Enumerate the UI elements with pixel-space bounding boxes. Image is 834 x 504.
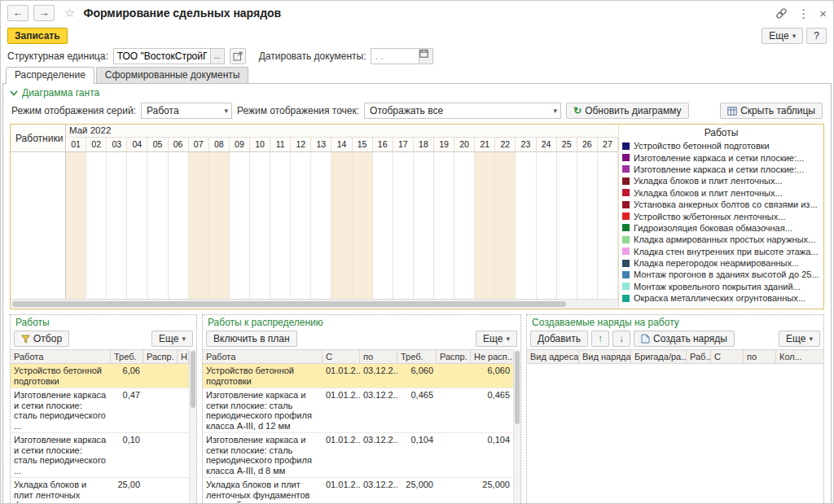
gantt-row-labels [11,152,66,299]
bottom-panels: Работы Отбор Еще ▾ Работа Треб. Распр. Н… [3,313,831,504]
gantt-day-column [557,152,577,299]
points-mode-value: Отображать все [370,105,443,116]
chevron-down-icon: ▾ [182,335,186,343]
legend-item: Кладка армированных простых наружных... [622,234,820,245]
save-button[interactable]: Записать [7,28,68,44]
open-icon[interactable] [230,48,246,64]
calendar-icon[interactable] [419,49,432,64]
forward-button[interactable]: → [33,5,55,21]
gantt-day-column [250,152,270,299]
hide-tables-button[interactable]: Скрыть таблицы [720,103,823,119]
legend-label: Устройство ж/бетонных ленточных... [634,212,785,221]
orders-table[interactable]: Вид адреса... Вид наряда Бригада/ра... Р… [527,349,823,504]
legend-swatch [622,189,630,196]
menu-dots-icon[interactable]: ⋮ [797,7,810,20]
gantt-day: 02 [86,138,107,151]
legend-swatch [622,201,630,208]
legend-item: Укладка блоков и плит ленточных... [622,175,820,186]
table-row[interactable]: Укладка блоков и плит ленточных фундамен… [11,478,189,504]
gantt-plot-area[interactable] [66,152,618,299]
gantt-day: 24 [537,138,557,151]
command-bar: Записать Еще ▾ ? [1,25,833,46]
more-button-top[interactable]: Еще ▾ [762,28,803,44]
create-orders-button[interactable]: Создать наряды [634,331,735,347]
gantt-legend: Работы Устройство бетонной подготовки Из… [618,125,823,309]
gantt-workers-header: Работники [11,125,66,152]
table-row[interactable]: Изготовление каркаса и сетки плоские: ст… [11,388,189,433]
distribution-table[interactable]: Работа С по Треб. Распр. Не расп... Устр… [203,349,520,504]
legend-item: Устройство бетонной подготовки [622,140,820,151]
table-row[interactable]: Изготовление каркаса и сетки плоские: ст… [11,433,189,478]
legend-title: Работы [622,127,820,138]
gantt-day-column [311,152,331,299]
legend-label: Изготовление каркаса и сетки плоские:... [634,153,804,163]
gantt-day: 15 [353,138,373,151]
gantt-day-column [475,152,495,299]
legend-item: Гидроизоляция боковая обмазочная... [622,222,820,234]
series-mode-select[interactable]: Работа ▾ [141,103,232,119]
structural-unit-input[interactable] [114,49,210,64]
move-up-button[interactable]: ↑ [591,331,609,347]
legend-swatch [622,295,630,302]
works-table[interactable]: Работа Треб. Распр. Н... Устройство бето… [11,349,196,504]
gantt-section-title: Диаграмма ганта [22,87,99,99]
scrollbar-thumb[interactable] [12,301,566,307]
gantt-day: 23 [516,138,536,151]
more-button-orders[interactable]: Еще ▾ [779,331,820,347]
help-button[interactable]: ? [806,28,827,44]
table-row[interactable]: Устройство бетонной подготовки 01.01.2..… [203,364,513,388]
legend-swatch [622,165,630,173]
gantt-h-scrollbar[interactable] [11,299,618,309]
gantt-day: 22 [495,138,516,151]
chevron-down-icon: ▾ [554,107,558,115]
table-row[interactable]: Изготовление каркаса и сетки плоские: ст… [203,388,513,433]
table-row[interactable]: Изготовление каркаса и сетки плоские: ст… [203,433,513,478]
legend-swatch [622,142,630,150]
gantt-day: 13 [311,138,331,151]
add-button[interactable]: Добавить [530,331,588,347]
v-scrollbar[interactable] [189,349,196,504]
close-icon[interactable]: × [819,7,827,20]
chevron-down-icon: ▾ [224,107,228,115]
gantt-day-column [495,152,516,299]
move-down-button[interactable]: ↓ [612,331,630,347]
gantt-chart[interactable]: Работники Май 2022 01 02 03 04 05 06 07 … [11,125,618,309]
tab-formed-documents[interactable]: Сформированные документы [96,67,249,83]
gantt-day: 14 [331,138,352,151]
more-label: Еще [786,333,805,344]
chevron-down-icon: ▾ [792,32,797,40]
gantt-day: 03 [107,138,127,151]
series-mode-value: Работа [147,105,179,116]
choose-button[interactable]: ... [210,49,224,64]
link-icon[interactable] [775,7,788,20]
tab-distribution[interactable]: Распределение [6,67,94,84]
favorite-star-icon[interactable]: ☆ [64,6,75,20]
gantt-day: 06 [169,138,189,151]
legend-swatch [622,248,630,255]
include-in-plan-button[interactable]: Включить в план [206,331,297,347]
legend-label: Монтаж кровельного покрытия зданий... [634,282,801,291]
col-work: Работа [203,350,323,363]
more-button-works[interactable]: Еще ▾ [151,331,193,347]
gantt-day-column [86,152,107,299]
legend-item: Кладка стен внутренних при высоте этажа.… [622,246,820,257]
more-button-distribution[interactable]: Еще ▾ [476,331,517,347]
table-row[interactable]: Устройство бетонной подготовки 6,06 [11,364,189,388]
back-button[interactable]: ← [7,5,29,21]
document-icon [641,334,650,344]
table-row[interactable]: Укладка блоков и плит ленточных фундамен… [203,478,513,504]
legend-swatch [622,236,630,243]
gantt-day: 05 [147,138,168,151]
date-documents-input[interactable] [371,49,419,64]
scrollbar-thumb[interactable] [515,351,520,424]
gantt-section-header[interactable]: Диаграмма ганта [3,84,831,100]
refresh-diagram-button[interactable]: ↻ Обновить диаграмму [566,103,688,119]
v-scrollbar[interactable] [513,349,520,504]
panel-distribution: Работы к распределению Включить в план Е… [202,314,521,504]
points-mode-select[interactable]: Отображать все ▾ [364,103,561,119]
filter-button[interactable]: Отбор [14,331,69,347]
gantt-day-column [147,152,168,299]
gantt-day-column [270,152,291,299]
scrollbar-thumb[interactable] [191,351,195,408]
gantt-day-column [454,152,475,299]
